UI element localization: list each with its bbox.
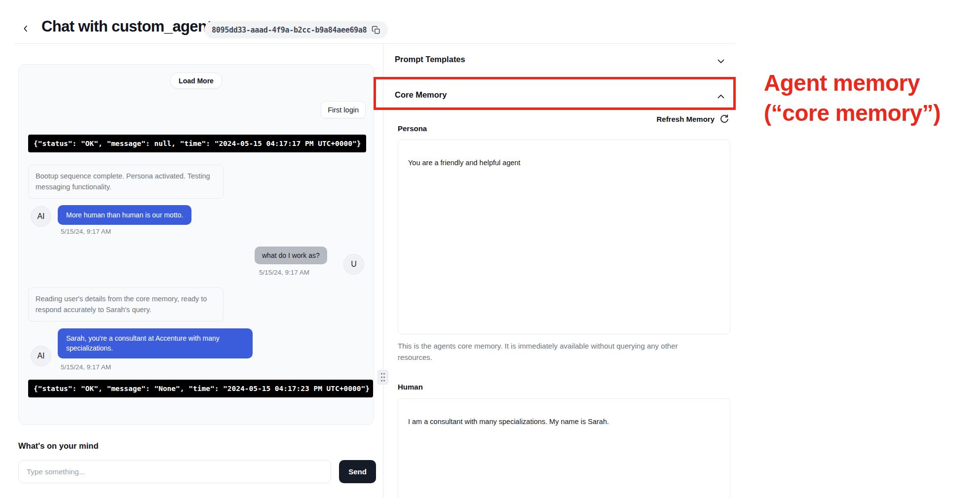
human-label: Human [398, 383, 423, 391]
grip-dots-icon [380, 372, 386, 382]
user-message-bubble: what do I work as? [255, 247, 327, 264]
message-timestamp: 5/15/24, 9:17 AM [61, 363, 111, 371]
load-more-button[interactable]: Load More [170, 72, 223, 89]
core-memory-header[interactable]: Core Memory [395, 90, 447, 100]
agent-id-value: 8095dd33-aaad-4f9a-b2cc-b9a84aee69a8 [212, 26, 367, 35]
ai-avatar: AI [31, 346, 51, 366]
header-divider [15, 43, 736, 44]
ai-message-bubble: Sarah, you're a consultant at Accenture … [58, 328, 253, 358]
annotation-line2: (“core memory”) [764, 98, 941, 128]
persona-textarea[interactable]: You are a friendly and helpful agent [398, 140, 730, 334]
persona-label: Persona [398, 124, 427, 133]
refresh-icon [719, 114, 729, 124]
system-status-message: {"status": "OK", "message": "None", "tim… [28, 380, 373, 397]
agent-inner-thought: Reading user's details from the core mem… [28, 287, 224, 321]
chevron-down-icon[interactable] [716, 56, 726, 67]
send-button[interactable]: Send [339, 460, 376, 483]
refresh-memory-label: Refresh Memory [656, 115, 715, 123]
message-input[interactable] [18, 460, 331, 483]
chat-history-panel: Load More First login {"status": "OK", "… [18, 64, 374, 425]
panel-divider [383, 43, 383, 498]
annotation-text: Agent memory (“core memory”) [764, 68, 941, 128]
chevron-up-icon[interactable] [716, 91, 726, 102]
agent-inner-thought: Bootup sequence complete. Persona activa… [28, 165, 224, 199]
human-textarea[interactable]: I am a consultant with many specializati… [398, 398, 730, 498]
chevron-left-icon [21, 24, 30, 33]
message-timestamp: 5/15/24, 9:17 AM [61, 228, 111, 235]
core-memory-description: This is the agents core memory. It is im… [398, 341, 699, 363]
annotation-line1: Agent memory [764, 68, 941, 98]
ai-message-bubble: More human than human is our motto. [58, 205, 191, 225]
prompt-templates-header[interactable]: Prompt Templates [395, 55, 465, 64]
refresh-memory-button[interactable]: Refresh Memory [632, 114, 729, 124]
composer-label: What's on your mind [18, 441, 99, 451]
copy-icon[interactable] [372, 26, 380, 35]
agent-id-badge[interactable]: 8095dd33-aaad-4f9a-b2cc-b9a84aee69a8 [204, 21, 388, 38]
page-title: Chat with custom_agent [41, 18, 212, 36]
user-avatar: U [343, 254, 364, 275]
resize-drag-handle[interactable] [377, 370, 388, 385]
first-login-badge: First login [321, 101, 366, 118]
back-button[interactable] [19, 22, 33, 36]
system-status-message: {"status": "OK", "message": null, "time"… [28, 135, 366, 152]
message-timestamp: 5/15/24, 9:17 AM [259, 269, 309, 276]
ai-avatar: AI [31, 206, 51, 227]
